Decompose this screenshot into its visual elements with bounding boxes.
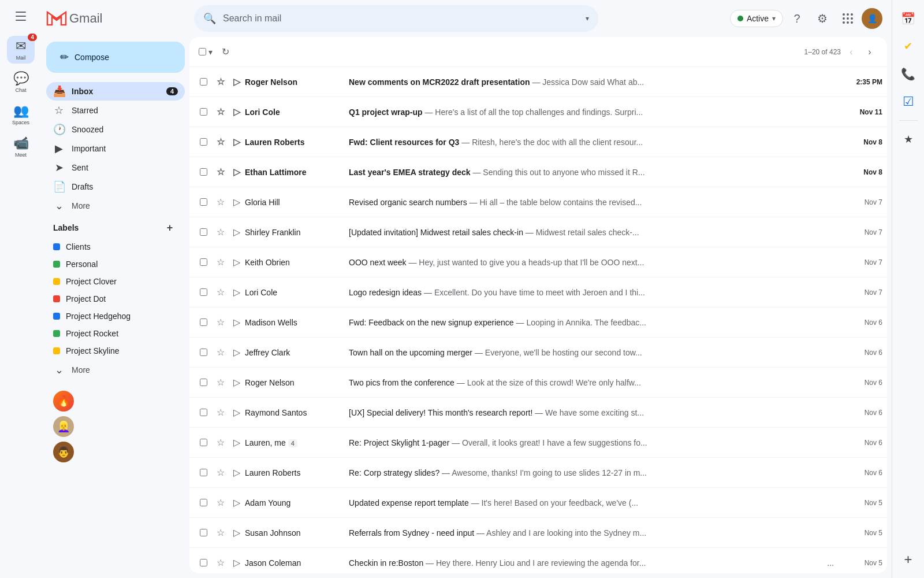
email-checkbox-area[interactable] [194,499,213,506]
email-row[interactable]: ☆ ▷ Jeffrey Clark Town hall on the upcom… [189,338,887,368]
email-row[interactable]: ☆ ▷ Adam Young Updated expense report te… [189,488,887,518]
star-plugin-button[interactable]: ★ [897,128,920,151]
email-star-button[interactable]: ☆ [213,166,229,177]
email-checkbox-area[interactable] [194,529,213,536]
email-checkbox[interactable] [200,228,207,236]
email-important-button[interactable]: ▷ [229,197,245,208]
email-important-button[interactable]: ▷ [229,76,245,87]
email-checkbox[interactable] [200,379,207,386]
email-checkbox-area[interactable] [194,108,213,116]
email-row[interactable]: ☆ ▷ Raymond Santos [UX] Special delivery… [189,398,887,428]
email-important-button[interactable]: ▷ [229,557,245,568]
label-item-personal[interactable]: Personal [46,255,185,273]
select-dropdown-button[interactable]: ▾ [207,45,214,59]
email-checkbox-area[interactable] [194,379,213,386]
email-star-button[interactable]: ☆ [213,317,229,328]
next-page-button[interactable]: › [862,44,878,60]
email-star-button[interactable]: ☆ [213,257,229,268]
label-item-project-hedgehog[interactable]: Project Hedgehog [46,307,185,325]
add-label-button[interactable]: + [162,220,178,236]
email-row[interactable]: ☆ ▷ Lauren Roberts Re: Corp strategy sli… [189,458,887,488]
email-important-button[interactable]: ▷ [229,136,245,147]
email-important-button[interactable]: ▷ [229,467,245,478]
email-checkbox[interactable] [200,168,207,176]
label-item-project-clover[interactable]: Project Clover [46,273,185,290]
email-star-button[interactable]: ☆ [213,227,229,238]
select-all-checkbox-area[interactable]: ▾ [199,45,214,59]
email-checkbox[interactable] [200,559,207,566]
search-input[interactable] [223,13,579,24]
label-item-project-skyline[interactable]: Project Skyline [46,342,185,360]
email-checkbox-area[interactable] [194,288,213,296]
email-important-button[interactable]: ▷ [229,407,245,418]
nav-item-sent[interactable]: ➤ Sent [46,158,185,177]
email-checkbox-area[interactable] [194,228,213,236]
email-checkbox-area[interactable] [194,559,213,566]
email-star-button[interactable]: ☆ [213,497,229,508]
add-plugin-button[interactable]: + [897,548,920,571]
nav-item-more-labels[interactable]: ⌄ More [46,361,185,379]
email-checkbox[interactable] [200,529,207,536]
sidebar-avatar-2[interactable]: 👱‍♀️ [53,416,74,437]
search-bar[interactable]: 🔍 ▾ [194,5,598,32]
nav-item-important[interactable]: ▶ Important [46,139,185,158]
email-checkbox[interactable] [200,288,207,296]
sidebar-item-mail[interactable]: ✉ Mail 4 [7,36,35,64]
email-row[interactable]: ☆ ▷ Lori Cole Logo redesign ideas — Exce… [189,277,887,307]
tasks-button[interactable]: ✔ [897,35,920,58]
email-checkbox[interactable] [200,198,207,206]
email-row[interactable]: ☆ ▷ Susan Johnson Referrals from Sydney … [189,518,887,548]
email-star-button[interactable]: ☆ [213,377,229,388]
nav-item-more-main[interactable]: ⌄ More [46,197,185,215]
label-item-project-dot[interactable]: Project Dot [46,290,185,307]
sidebar-avatar-1[interactable]: 🔥 [53,391,74,412]
sidebar-item-spaces[interactable]: 👥 Spaces [7,101,35,128]
settings-button[interactable]: ⚙ [811,7,834,30]
email-checkbox[interactable] [200,409,207,416]
email-row[interactable]: ☆ ▷ Jason Coleman Checkin in re:Boston —… [189,548,887,573]
email-checkbox[interactable] [200,469,207,476]
user-avatar[interactable]: 👤 [862,8,882,29]
email-star-button[interactable]: ☆ [213,407,229,418]
label-item-clients[interactable]: Clients [46,238,185,255]
email-star-button[interactable]: ☆ [213,437,229,448]
sidebar-item-meet[interactable]: 📹 Meet [7,133,35,161]
email-row[interactable]: ☆ ▷ Lauren Roberts Fwd: Client resources… [189,127,887,157]
email-checkbox-area[interactable] [194,258,213,266]
email-row[interactable]: ☆ ▷ Ethan Lattimore Last year's EMEA str… [189,157,887,187]
calendar-button[interactable]: 📅 [897,7,920,30]
email-checkbox[interactable] [200,108,207,116]
email-star-button[interactable]: ☆ [213,287,229,298]
email-star-button[interactable]: ☆ [213,106,229,117]
help-button[interactable]: ? [785,7,808,30]
email-checkbox-area[interactable] [194,168,213,176]
email-checkbox-area[interactable] [194,409,213,416]
email-important-button[interactable]: ▷ [229,437,245,448]
email-row[interactable]: ☆ ▷ Keith Obrien OOO next week — Hey, ju… [189,247,887,277]
email-checkbox-area[interactable] [194,439,213,446]
keep-button[interactable]: ☑ [897,90,920,113]
email-row[interactable]: ☆ ▷ Lori Cole Q1 project wrap-up — Here'… [189,97,887,127]
email-checkbox-area[interactable] [194,198,213,206]
email-checkbox[interactable] [200,258,207,266]
email-checkbox-area[interactable] [194,78,213,86]
contacts-button[interactable]: 📞 [897,62,920,86]
email-checkbox[interactable] [200,439,207,446]
email-row[interactable]: ☆ ▷ Madison Wells Fwd: Feedback on the n… [189,307,887,338]
nav-item-snoozed[interactable]: 🕐 Snoozed [46,120,185,139]
email-row[interactable]: ☆ ▷ Lauren, me4 Re: Project Skylight 1-p… [189,428,887,458]
email-checkbox[interactable] [200,499,207,506]
email-checkbox[interactable] [200,138,207,146]
email-important-button[interactable]: ▷ [229,527,245,538]
email-important-button[interactable]: ▷ [229,497,245,508]
sidebar-item-chat[interactable]: 💬 Chat [7,68,35,96]
active-status-button[interactable]: Active ▾ [730,10,783,27]
email-important-button[interactable]: ▷ [229,106,245,117]
email-important-button[interactable]: ▷ [229,377,245,388]
email-important-button[interactable]: ▷ [229,347,245,358]
email-important-button[interactable]: ▷ [229,257,245,268]
email-row[interactable]: ☆ ▷ Roger Nelson Two pics from the confe… [189,368,887,398]
nav-item-starred[interactable]: ☆ Starred [46,101,185,120]
email-row[interactable]: ☆ ▷ Roger Nelson New comments on MCR2022… [189,67,887,97]
email-star-button[interactable]: ☆ [213,347,229,358]
